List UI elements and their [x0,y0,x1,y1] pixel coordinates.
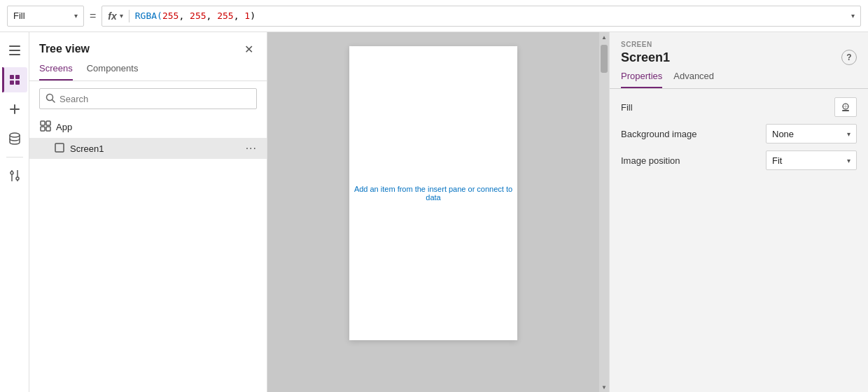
tree-item-app[interactable]: App [29,116,267,138]
help-icon[interactable]: ? [841,50,857,65]
search-box[interactable] [39,88,257,109]
tab-properties[interactable]: Properties [621,71,662,88]
right-panel-header: SCREEN Screen1 ? [610,32,868,71]
sidebar-separator [6,157,23,158]
tree-view-title: Tree view [39,43,90,55]
tree-view-tabs: Screens Components [29,63,267,81]
tree-view-panel: Tree view ✕ Screens Components [29,32,267,392]
hamburger-icon[interactable] [2,38,27,63]
fx-chevron: ▾ [120,12,123,20]
screen-icon [53,143,66,155]
database-icon[interactable] [2,126,27,151]
svg-line-17 [52,99,55,102]
fx-bar[interactable]: fx ▾ RGBA(255, 255, 255, 1) ▾ [102,6,861,27]
comma3: , [234,10,245,21]
fx-formula: RGBA(255, 255, 255, 1) [135,10,848,21]
formula-bar-end-chevron: ▾ [851,12,855,20]
section-label: SCREEN [621,41,857,48]
customize-icon[interactable] [2,163,27,188]
rgba-g: 255 [190,10,206,21]
tree-item-screen1[interactable]: Screen1 ··· [29,138,267,159]
scroll-up-arrow[interactable]: ▲ [599,32,609,42]
close-button[interactable]: ✕ [240,41,257,57]
screen-name: Screen1 [621,50,670,65]
svg-point-10 [10,172,13,174]
image-position-value: Fit [772,155,841,166]
rgba-fn: RGBA( [135,10,162,21]
svg-rect-2 [9,54,20,55]
fill-label: Fill [621,102,834,113]
right-panel-content: Fill Background image None ▾ [610,89,868,178]
left-sidebar [0,32,29,392]
right-panel: SCREEN Screen1 ? Properties Advanced Fil… [609,32,868,392]
right-panel-title: Screen1 ? [621,50,857,65]
comma1: , [178,10,190,21]
svg-rect-21 [46,127,50,131]
svg-rect-19 [46,121,50,125]
svg-rect-4 [15,75,20,79]
fx-divider [129,10,130,22]
background-image-dropdown[interactable]: None ▾ [766,124,857,144]
svg-rect-6 [15,80,20,85]
svg-rect-18 [41,121,45,125]
fill-dropdown-label: Fill [13,10,70,21]
equals-sign: = [90,10,96,22]
fill-dropdown-chevron: ▾ [74,12,78,20]
canvas-scrollbar[interactable]: ▲ ▼ [599,32,609,392]
image-position-chevron: ▾ [847,157,850,164]
layers-icon[interactable] [2,67,27,92]
tab-screens[interactable]: Screens [39,63,73,80]
app-label: App [56,122,257,132]
tab-advanced[interactable]: Advanced [673,71,714,88]
background-image-label: Background image [621,129,766,139]
rgba-b: 255 [217,10,233,21]
svg-rect-1 [9,50,20,51]
background-image-chevron: ▾ [847,130,850,138]
screen1-more-options[interactable]: ··· [246,142,257,155]
fill-color-button[interactable] [834,97,857,117]
fx-icon: fx [108,10,116,22]
background-image-value: None [772,129,841,139]
canvas-page: Add an item from the insert pane or conn… [349,46,517,340]
svg-point-11 [16,177,19,180]
canvas-hint: Add an item from the insert pane or conn… [349,185,517,202]
top-bar: Fill ▾ = fx ▾ RGBA(255, 255, 255, 1) ▾ [0,0,868,32]
scroll-down-arrow[interactable]: ▼ [599,382,609,392]
add-icon[interactable] [2,97,27,122]
comma2: , [206,10,218,21]
fill-property-row: Fill [621,97,857,117]
search-icon [46,93,55,105]
svg-point-9 [10,133,20,137]
rgba-r: 255 [162,10,178,21]
image-position-label: Image position [621,155,766,166]
fill-dropdown[interactable]: Fill ▾ [7,6,84,27]
close-paren: ) [250,10,255,21]
app-icon [39,120,52,134]
right-panel-tabs: Properties Advanced [610,71,868,89]
image-position-row: Image position Fit ▾ [621,150,857,170]
image-position-dropdown[interactable]: Fit ▾ [766,150,857,170]
rgba-a: 1 [244,10,250,21]
main-area: Tree view ✕ Screens Components [0,32,868,392]
search-input[interactable] [59,94,251,104]
background-image-row: Background image None ▾ [621,124,857,144]
canvas-area: Add an item from the insert pane or conn… [267,32,609,392]
fill-control [834,97,857,117]
screen1-label: Screen1 [70,144,241,154]
svg-rect-22 [55,144,64,152]
tab-components[interactable]: Components [87,63,139,80]
svg-rect-20 [41,127,45,131]
scroll-thumb[interactable] [601,45,608,73]
tree-view-header: Tree view ✕ [29,32,267,63]
svg-rect-0 [9,46,20,47]
svg-rect-5 [10,80,14,85]
svg-rect-8 [10,108,20,110]
svg-rect-3 [10,75,14,79]
